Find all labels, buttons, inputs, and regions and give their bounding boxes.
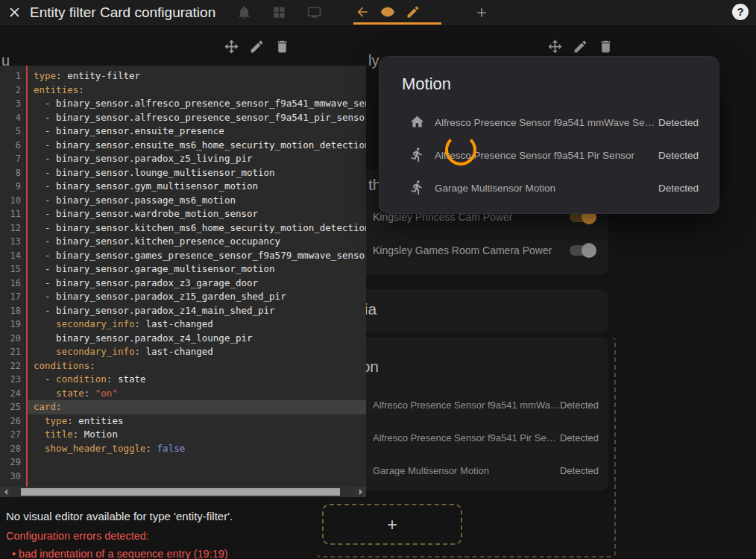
code-line[interactable]: - binary_sensor.kitchen_presence_occupan… xyxy=(28,235,366,249)
grid-icon xyxy=(272,5,286,19)
entity-row[interactable]: Garage Multisensor MotionDetected xyxy=(379,171,719,204)
tab-back-arrow[interactable] xyxy=(355,4,370,19)
no-visual-editor-message: No visual editor available for type 'ent… xyxy=(6,510,233,522)
entity-name: Alfresco Presence Sensor f9a541 mmWave S… xyxy=(435,117,658,128)
scroll-thumb[interactable] xyxy=(21,488,340,496)
screen: Entity filter Card configuration ? u ly … xyxy=(0,0,756,559)
line-number: 27 xyxy=(0,428,26,442)
line-number: 24 xyxy=(0,387,26,401)
tab-pencil[interactable] xyxy=(406,4,420,19)
add-view-button[interactable] xyxy=(474,5,489,20)
code-line[interactable]: type: entity-filter xyxy=(28,69,366,83)
help-button[interactable]: ? xyxy=(732,4,749,20)
code-line[interactable]: binary_sensor.paradox_z4_lounge_pir xyxy=(28,332,366,346)
code-line[interactable]: - binary_sensor.alfresco_presence_sensor… xyxy=(28,111,366,125)
home-icon xyxy=(409,114,425,130)
active-tab-indicator xyxy=(353,22,441,25)
code-line[interactable]: title: Motion xyxy=(28,428,366,442)
view-tabs xyxy=(355,0,420,24)
scroll-right-arrow-icon xyxy=(359,489,365,495)
editor-hscrollbar[interactable] xyxy=(0,487,366,497)
close-icon xyxy=(7,4,22,20)
entity-state: Detected xyxy=(658,150,699,161)
line-number: 15 xyxy=(0,262,26,277)
tab-eye[interactable] xyxy=(380,4,395,19)
code-line[interactable]: secondary_info: last-changed xyxy=(28,345,366,359)
line-number: 2 xyxy=(0,83,26,98)
line-number: 9 xyxy=(0,180,26,194)
line-number: 4 xyxy=(0,111,26,125)
code-line[interactable]: - binary_sensor.ensuite_presence xyxy=(28,124,366,139)
code-line[interactable] xyxy=(28,470,366,484)
line-number: 1 xyxy=(0,69,26,83)
code-line[interactable]: - binary_sensor.paradox_z14_main_shed_pi… xyxy=(28,304,366,318)
line-number: 5 xyxy=(0,124,26,139)
bell-icon xyxy=(237,5,251,19)
code-line[interactable]: state: "on" xyxy=(28,387,366,401)
card-controls-right xyxy=(547,39,614,54)
entity-name: Kingsley Games Room Camera Power xyxy=(373,244,552,256)
code-line[interactable]: - binary_sensor.games_presence_sensor_f9… xyxy=(28,249,366,263)
code-line[interactable]: - binary_sensor.gym_multisensor_motion xyxy=(28,180,366,194)
config-error-item: bad indentation of a sequence entry (19:… xyxy=(12,548,228,559)
walk-icon xyxy=(409,147,425,162)
line-number: 10 xyxy=(0,194,26,208)
code-line[interactable]: conditions: xyxy=(28,359,366,373)
code-line[interactable]: - binary_sensor.garage_multisensor_motio… xyxy=(28,262,366,277)
code-line[interactable]: - condition: state xyxy=(28,373,366,387)
trash-card-button[interactable] xyxy=(598,39,614,54)
line-number: 13 xyxy=(0,235,26,249)
code-line[interactable]: - binary_sensor.passage_ms6_motion xyxy=(28,194,366,208)
line-number: 25 xyxy=(0,400,26,414)
code-line[interactable]: - binary_sensor.paradox_z5_living_pir xyxy=(28,152,366,166)
code-line[interactable]: type: entities xyxy=(28,414,366,429)
line-number: 16 xyxy=(0,277,26,291)
line-number: 7 xyxy=(0,152,26,166)
code-line[interactable]: - binary_sensor.wardrobe_motion_sensor xyxy=(28,207,366,221)
code-line[interactable]: - binary_sensor.paradox_z15_garden_shed_… xyxy=(28,290,366,304)
trash-card-button[interactable] xyxy=(274,39,290,54)
config-errors-list: bad indentation of a sequence entry (19:… xyxy=(12,548,228,559)
editor-code[interactable]: type: entity-filterentities: - binary_se… xyxy=(28,66,366,487)
code-line[interactable]: - binary_sensor.paradox_z3_garage_door xyxy=(28,277,366,291)
entity-row[interactable]: Alfresco Presence Sensor f9a541 mmWave S… xyxy=(379,106,719,139)
code-line[interactable]: - binary_sensor.alfresco_presence_sensor… xyxy=(28,97,366,111)
close-button[interactable] xyxy=(7,4,22,20)
code-line[interactable]: secondary_info: last-changed xyxy=(28,318,366,332)
power-toggle[interactable] xyxy=(570,245,595,256)
loading-spinner xyxy=(445,134,476,165)
code-line[interactable]: - binary_sensor.ensuite_ms6_home_securit… xyxy=(28,139,366,153)
line-number: 23 xyxy=(0,373,26,387)
pencil-card-button[interactable] xyxy=(249,39,265,54)
dialog-header: Entity filter Card configuration ? xyxy=(0,0,756,25)
entity-state: Detected xyxy=(658,117,699,128)
scroll-left-button[interactable] xyxy=(0,487,10,497)
move-card-button[interactable] xyxy=(547,39,563,54)
tv-icon xyxy=(307,5,321,19)
line-number: 17 xyxy=(0,290,26,304)
add-card-button[interactable]: + xyxy=(322,504,462,545)
line-number: 26 xyxy=(0,414,26,429)
scroll-track[interactable] xyxy=(10,487,356,497)
line-number: 11 xyxy=(0,207,26,221)
preview-card-title: Motion xyxy=(379,57,719,94)
toggle-knob xyxy=(582,243,596,258)
move-card-button[interactable] xyxy=(224,39,239,54)
pencil-card-button[interactable] xyxy=(573,39,588,54)
preview-card: Motion Alfresco Presence Sensor f9a541 m… xyxy=(379,56,719,214)
line-number: 28 xyxy=(0,442,26,456)
code-line[interactable]: show_header_toggle: false xyxy=(28,442,366,456)
code-line[interactable]: - binary_sensor.lounge_multisensor_motio… xyxy=(28,166,366,180)
walk-icon xyxy=(409,180,425,195)
line-number: 18 xyxy=(0,304,26,318)
line-number: 19 xyxy=(0,318,26,332)
code-line[interactable] xyxy=(28,455,366,470)
line-number: 20 xyxy=(0,332,26,346)
entity-row[interactable]: Alfresco Presence Sensor f9a541 Pir Sens… xyxy=(379,139,719,171)
scroll-right-button[interactable] xyxy=(356,487,366,497)
line-number: 21 xyxy=(0,345,26,359)
code-line[interactable]: - binary_sensor.kitchen_ms6_home_securit… xyxy=(28,221,366,236)
yaml-editor[interactable]: 1234567891011121314151617181920212223242… xyxy=(0,66,366,497)
code-line[interactable]: entities: xyxy=(28,83,366,98)
code-line[interactable]: card: xyxy=(28,400,366,414)
